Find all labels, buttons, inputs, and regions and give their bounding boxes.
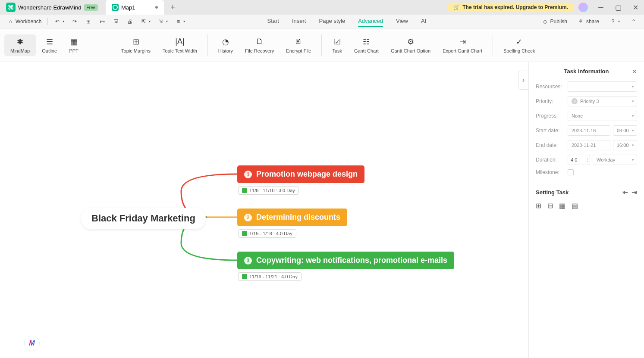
history-button[interactable]: ◔History [212, 34, 239, 56]
ppt-icon: ▦ [69, 37, 79, 47]
maximize-button[interactable]: ▢ [609, 1, 627, 14]
redo-icon: ↷ [71, 18, 78, 25]
label-progress: Progress: [536, 113, 568, 119]
close-window-button[interactable]: ✕ [627, 1, 644, 14]
new-tab-button[interactable]: + [167, 2, 179, 13]
undo-button[interactable]: ↶▾ [51, 17, 67, 26]
top-toolbar: ⌂ Workbench ↶▾ ↷ ⊞ 🗁 🖫 🖨 ⇱▾ ⇲▾ ≡▾ Start … [0, 15, 644, 28]
help-icon: ? [609, 18, 616, 25]
priority-dot-icon: 3 [572, 98, 578, 104]
topic-text-width-button[interactable]: |A|Topic Text Width [157, 34, 203, 56]
task-button[interactable]: ☑Task [326, 34, 348, 56]
export-gantt-button[interactable]: ⇥Export Gantt Chart [437, 34, 488, 56]
resources-select[interactable] [568, 81, 637, 92]
end-time-input[interactable]: 16:00 [613, 140, 637, 150]
share-button[interactable]: ⚘share [575, 17, 602, 26]
tab-view[interactable]: View [396, 16, 408, 27]
new-button[interactable]: ⊞ [82, 17, 94, 26]
panel-close-button[interactable]: ✕ [632, 68, 637, 75]
mindmap-canvas[interactable]: Black Friday Marketing 1 Promotion webpa… [0, 62, 528, 358]
titlebar: ⌘ Wondershare EdrawMind Free Map1 + 🛒 Th… [0, 0, 644, 15]
add-task-button[interactable]: ⊞ [536, 202, 541, 210]
priority-badge-2: 2 [244, 214, 252, 221]
save-button[interactable]: 🖫 [110, 17, 122, 26]
collapse-ribbon-button[interactable]: ⌃ [628, 17, 640, 26]
milestone-checkbox[interactable] [568, 169, 574, 175]
gantt-option-button[interactable]: ⚙Gantt Chart Option [385, 34, 437, 56]
document-icon [112, 4, 119, 11]
more-button[interactable]: ≡▾ [172, 17, 188, 26]
end-date-input[interactable]: 2023-11-21 [568, 140, 610, 150]
free-badge: Free [84, 4, 98, 11]
label-priority: Priority: [536, 98, 568, 104]
import-icon: ⇲ [157, 18, 164, 25]
tab-ai[interactable]: AI [421, 16, 426, 27]
setting-task-title: Setting Task [536, 189, 569, 196]
workbench-button[interactable]: ⌂ Workbench [4, 17, 44, 26]
caret-icon: ▾ [166, 19, 168, 23]
advanced-tools-group: ⊞Topic Margins |A|Topic Text Width [115, 34, 203, 56]
progress-select[interactable]: None [568, 111, 637, 121]
export-icon: ⇱ [140, 18, 147, 25]
duration-spinner[interactable]: 4.0 [568, 155, 590, 165]
date-chip-3[interactable]: 11/16 - 11/21 : 4.0 Day [238, 272, 302, 281]
encrypt-icon: 🗎 [294, 37, 303, 47]
history-icon: ◔ [221, 37, 230, 47]
spelling-check-button[interactable]: ✓Spelling Check [497, 34, 541, 56]
label-end-date: End date: [536, 142, 568, 148]
user-avatar[interactable] [578, 3, 588, 12]
outline-icon: ☰ [45, 37, 54, 47]
label-resources: Resources: [536, 84, 568, 90]
view-ppt-button[interactable]: ▦ PPT [63, 34, 85, 56]
duration-unit-select[interactable]: Workday [593, 155, 637, 165]
tab-page-style[interactable]: Page style [319, 16, 345, 27]
view-mindmap-button[interactable]: ✱ MindMap [4, 34, 36, 56]
toggle-panel-button[interactable]: › [518, 71, 528, 90]
ribbon: ✱ MindMap ☰ Outline ▦ PPT ⊞Topic Margins… [0, 28, 644, 62]
mindmap-icon: ✱ [16, 37, 25, 47]
caret-icon: ▾ [149, 19, 151, 23]
priority-select[interactable]: 3 Priority 3 [568, 96, 637, 106]
grid-view-button[interactable]: ▦ [559, 202, 565, 210]
start-time-input[interactable]: 08:00 [613, 125, 637, 136]
list-view-button[interactable]: ▤ [572, 202, 578, 210]
open-button[interactable]: 🗁 [96, 17, 108, 26]
brand-floating-icon[interactable]: M [24, 336, 40, 351]
view-outline-button[interactable]: ☰ Outline [36, 34, 63, 56]
more-icon: ≡ [175, 18, 182, 25]
tab-advanced[interactable]: Advanced [358, 16, 383, 27]
view-mode-group: ✱ MindMap ☰ Outline ▦ PPT [4, 34, 85, 56]
export-button[interactable]: ⇱▾ [138, 17, 153, 26]
child-node-1[interactable]: 1 Promotion webpage design [237, 165, 364, 183]
start-date-input[interactable]: 2023-11-16 [568, 125, 610, 136]
date-chip-1[interactable]: 11/8 - 11/10 : 3.0 Day [238, 186, 299, 195]
chevron-up-icon: ⌃ [630, 18, 637, 25]
encrypt-file-button[interactable]: 🗎Encrypt File [280, 34, 317, 56]
import-button[interactable]: ⇲▾ [155, 17, 170, 26]
tab-start[interactable]: Start [267, 16, 279, 27]
app-tab[interactable]: ⌘ Wondershare EdrawMind Free [0, 0, 104, 15]
trial-banner[interactable]: 🛒 The trial has expired. Upgrade to Prem… [447, 3, 574, 12]
tab-insert[interactable]: Insert [292, 16, 306, 27]
child-node-2[interactable]: 2 Determining discounts [237, 209, 347, 226]
help-button[interactable]: ?▾ [607, 17, 622, 26]
gantt-option-icon: ⚙ [406, 37, 415, 47]
indent-right-icon[interactable]: ⇥ [631, 188, 637, 196]
print-button[interactable]: 🖨 [124, 17, 136, 26]
child-node-3[interactable]: 3 Copywriting: web notifications, promot… [237, 252, 454, 269]
minimize-button[interactable]: ─ [592, 1, 609, 14]
panel-title: Task Information [564, 68, 609, 75]
topic-margins-button[interactable]: ⊞Topic Margins [115, 34, 157, 56]
redo-button[interactable]: ↷ [69, 17, 81, 26]
document-tab[interactable]: Map1 [106, 0, 164, 15]
file-recovery-button[interactable]: 🗋File Recovery [239, 34, 280, 56]
date-chip-2[interactable]: 1/15 - 1/18 : 4.0 Day [238, 229, 296, 238]
indent-left-icon[interactable]: ⇤ [622, 188, 628, 196]
root-node[interactable]: Black Friday Marketing [81, 208, 206, 229]
margins-icon: ⊞ [131, 37, 141, 47]
publish-button[interactable]: ◇Publish [539, 17, 570, 26]
recovery-icon: 🗋 [255, 37, 264, 47]
gantt-chart-button[interactable]: ☷Gantt Chart [348, 34, 385, 56]
remove-task-button[interactable]: ⊟ [547, 202, 553, 210]
save-icon: 🖫 [113, 18, 119, 25]
